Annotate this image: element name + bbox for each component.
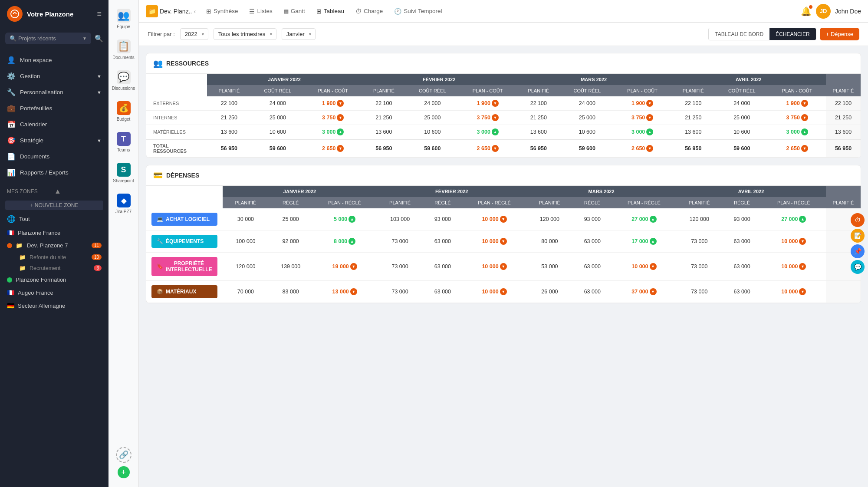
tab-suivi-temporel[interactable]: 🕐 Suivi Temporel <box>389 5 447 17</box>
sidebar-item-strategie[interactable]: 🎯 Stratégie ▼ <box>0 132 108 148</box>
sharepoint-label: Sharepoint <box>113 178 134 183</box>
sidebar-collapse-button[interactable]: ≡ <box>97 10 102 19</box>
notifications-button[interactable]: 🔔 <box>801 6 812 16</box>
zone-item-augeo-france[interactable]: 🇫🇷 Augeo France <box>0 286 108 299</box>
icon-sidebar-discussions[interactable]: 💬 Discussions <box>111 66 137 95</box>
resource-diff: 3 750 ▼ <box>614 111 671 125</box>
exp-col-regle: RÉGLÉ <box>269 197 312 208</box>
resource-planifie: 13 600 <box>671 125 715 140</box>
project-prev-button[interactable]: ‹ <box>194 8 196 15</box>
resource-planifie: 22 100 <box>207 96 251 111</box>
tab-label: Listes <box>257 8 272 14</box>
zone-item-secteur-allemagne[interactable]: 🇩🇪 Secteur Allemagne <box>0 299 108 312</box>
suivi-temporel-icon: 🕐 <box>394 8 401 15</box>
zone-item-planzone-france[interactable]: 🇫🇷 Planzone France <box>0 226 108 239</box>
exp-month-header-apr: AVRIL 2022 <box>676 186 826 197</box>
sub-project-refonte[interactable]: 📁 Refonte du site 10 <box>0 252 108 263</box>
sidebar-item-personnalisation[interactable]: 🔧 Personnalisation ▼ <box>0 84 108 100</box>
icon-sidebar-budget[interactable]: 💰 Budget <box>111 97 137 126</box>
search-box[interactable]: 🔍 Projets récents ▼ <box>5 33 91 44</box>
filter-right: TABLEAU DE BORD ÉCHEANCIER + Dépense <box>708 28 859 40</box>
search-button[interactable]: 🔍 <box>95 34 103 43</box>
zone-item-tout[interactable]: 🌐 Tout <box>0 212 108 226</box>
col-plan-cout-4: PLAN - COÛT <box>768 85 826 96</box>
period-filter[interactable]: Tous les trimestres T1T2T3T4 <box>214 28 276 40</box>
expense-regle: 63 000 <box>723 230 762 253</box>
sidebar-item-calendrier[interactable]: 📅 Calendrier <box>0 116 108 132</box>
zones-collapse-icon[interactable]: ▲ <box>54 188 102 195</box>
icon-sidebar-jira[interactable]: ◆ Jira PZ7 <box>111 189 137 218</box>
recent-projects-select[interactable]: Projets récents <box>18 35 82 42</box>
resource-diff: 3 750 ▼ <box>459 111 516 125</box>
add-link-button[interactable]: 🔗 <box>116 447 132 463</box>
expense-row: 🔧 ÉQUIPEMENTS 100 00092 0008 000 ▲73 000… <box>146 230 861 253</box>
gantt-icon: ▦ <box>284 8 289 14</box>
expense-planifie: 80 000 <box>526 230 573 253</box>
expense-diff: 17 000 ▲ <box>612 230 676 253</box>
col-plan-cout: PLAN - COÛT <box>304 85 362 96</box>
tab-tableau[interactable]: ⊞ Tableau <box>311 5 349 17</box>
icon-sidebar-sharepoint[interactable]: S Sharepoint <box>111 158 137 188</box>
resources-section-header: 👥 RESSOURCES <box>146 53 861 74</box>
expense-row: 🔖 PROPRIÉTÉ INTERLECTUELLE 120 000139 00… <box>146 253 861 281</box>
sidebar-header: Votre Planzone ≡ <box>0 0 108 28</box>
echeancier-toggle[interactable]: ÉCHEANCIER <box>769 28 816 40</box>
refonte-badge: 10 <box>92 254 102 260</box>
expense-diff: 10 000 ▼ <box>762 253 826 281</box>
float-icon-3[interactable]: 📌 <box>851 244 865 258</box>
sidebar-item-rapports[interactable]: 📊 Rapports / Exports <box>0 165 108 181</box>
sidebar-item-documents[interactable]: 📄 Documents <box>0 148 108 165</box>
float-icon-1[interactable]: ⏱ <box>851 213 865 227</box>
add-integration-button[interactable]: + <box>118 466 130 478</box>
expense-planifie: 53 000 <box>526 253 573 281</box>
resource-planifie: 56 950 <box>671 139 715 158</box>
col-planifie-3: PLANIFIÉ <box>516 85 561 96</box>
resource-row-label: TOTAL RESSOURCES <box>146 139 207 158</box>
sub-project-recrutement[interactable]: 📁 Recrutement 3 <box>0 263 108 273</box>
tab-gantt[interactable]: ▦ Gantt <box>279 5 310 17</box>
formation-dot <box>7 277 12 283</box>
new-zone-button[interactable]: + NOUVELLE ZONE <box>5 201 103 210</box>
expense-planifie: 120 000 <box>526 208 573 230</box>
exp-col-planifie-3: PLANIFIÉ <box>526 197 573 208</box>
resource-diff: 2 650 ▼ <box>614 139 671 158</box>
resource-extra: 22 100 <box>826 96 861 111</box>
icon-sidebar-equipe[interactable]: 👥 Équipe <box>111 4 137 33</box>
add-expense-button[interactable]: + Dépense <box>820 28 859 40</box>
expense-diff: 37 000 ▼ <box>612 281 676 303</box>
resource-diff: 3 000 ▲ <box>614 125 671 140</box>
exp-col-regle-4: RÉGLÉ <box>723 197 762 208</box>
icon-sidebar-teams[interactable]: T Teams <box>111 128 137 157</box>
svg-point-0 <box>11 10 19 18</box>
resource-diff: 1 900 ▼ <box>304 96 362 111</box>
resource-diff: 3 750 ▼ <box>768 111 826 125</box>
expense-regle: 63 000 <box>573 281 612 303</box>
sidebar-item-portefeuilles[interactable]: 💼 Portefeuilles <box>0 100 108 116</box>
exp-col-planifie-2: PLANIFIÉ <box>377 197 423 208</box>
float-icon-2[interactable]: 📝 <box>851 229 865 243</box>
exp-col-regle-3: RÉGLÉ <box>573 197 612 208</box>
expense-planifie: 100 000 <box>223 230 269 253</box>
sidebar-item-mon-espace[interactable]: 👤 Mon espace <box>0 52 108 68</box>
resource-cout-reel: 25 000 <box>561 111 614 125</box>
tab-synthese[interactable]: ⊞ Synthèse <box>201 5 243 17</box>
resource-diff: 3 000 ▲ <box>768 125 826 140</box>
tableau-de-bord-toggle[interactable]: TABLEAU DE BORD <box>709 28 769 40</box>
view-toggle: TABLEAU DE BORD ÉCHEANCIER <box>708 28 816 40</box>
tab-listes[interactable]: ☰ Listes <box>244 5 277 17</box>
tab-charge[interactable]: ⏱ Charge <box>350 5 388 17</box>
sidebar-item-gestion[interactable]: ⚙️ Gestion ▼ <box>0 68 108 84</box>
dev-planzone-dot <box>7 243 12 248</box>
month-filter[interactable]: Janvier FévrierMarsAvril <box>282 28 316 40</box>
icon-sidebar-documents[interactable]: 📋 Documents <box>111 35 137 64</box>
zone-item-planzone-formation[interactable]: Planzone Formation <box>0 273 108 286</box>
expense-diff: 10 000 ▼ <box>462 253 526 281</box>
year-filter[interactable]: 2022 2021 2023 <box>180 28 208 40</box>
expense-diff: 10 000 ▼ <box>462 281 526 303</box>
float-icon-4[interactable]: 💬 <box>851 260 865 274</box>
exp-col-planifie-4: PLANIFIÉ <box>676 197 723 208</box>
resources-section: 👥 RESSOURCES JANVIER 2022 FÉVRIER 2022 M… <box>146 53 861 158</box>
zone-item-label: Dev. Planzone 7 <box>27 242 68 249</box>
resource-cout-reel: 25 000 <box>251 111 304 125</box>
zone-item-dev-planzone-7[interactable]: 📁 Dev. Planzone 7 11 <box>0 239 108 252</box>
